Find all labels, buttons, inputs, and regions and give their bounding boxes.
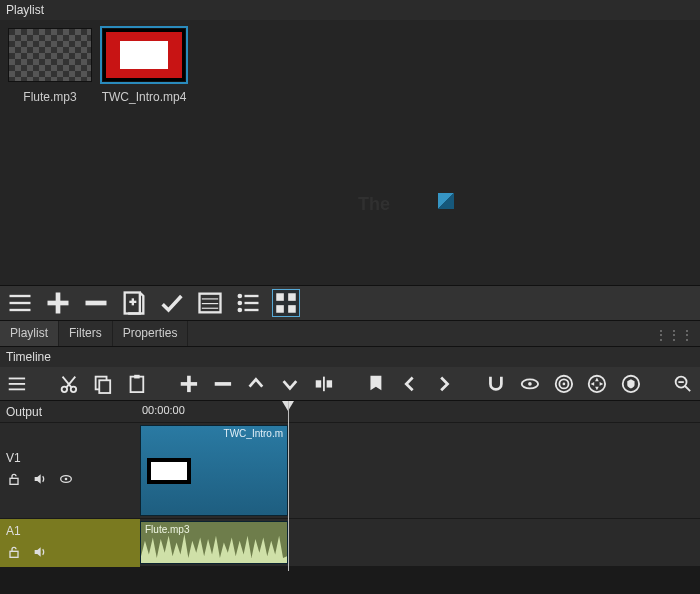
playhead-line	[288, 401, 289, 571]
svg-rect-14	[245, 295, 259, 297]
output-label: Output	[6, 405, 134, 419]
add-icon[interactable]	[44, 289, 72, 317]
track-area-v1[interactable]: TWC_Intro.m	[140, 423, 700, 518]
svg-rect-37	[316, 380, 321, 387]
tab-playlist[interactable]: Playlist	[0, 321, 59, 346]
cut-icon[interactable]	[58, 370, 80, 398]
check-icon[interactable]	[158, 289, 186, 317]
track-head-v1[interactable]: V1	[0, 423, 140, 518]
svg-rect-39	[323, 376, 325, 391]
svg-rect-1	[10, 302, 31, 304]
svg-point-44	[562, 382, 565, 385]
playlist-item-label: TWC_Intro.mp4	[102, 90, 187, 104]
svg-rect-35	[181, 382, 197, 386]
playlist-panel-header: Playlist	[0, 0, 700, 20]
tab-properties[interactable]: Properties	[113, 321, 189, 346]
addfiles-icon[interactable]	[120, 289, 148, 317]
track-name: V1	[6, 451, 134, 465]
eye-icon[interactable]	[58, 471, 74, 490]
svg-rect-4	[48, 301, 69, 306]
paste-icon[interactable]	[126, 370, 148, 398]
svg-rect-50	[10, 478, 18, 484]
clip-label: Flute.mp3	[145, 524, 189, 535]
svg-rect-49	[679, 381, 684, 383]
rippleall-icon[interactable]	[586, 370, 608, 398]
video-clip[interactable]: TWC_Intro.m	[140, 425, 288, 516]
svg-rect-19	[276, 293, 284, 301]
clip-label: TWC_Intro.m	[224, 428, 283, 439]
playlist-toolbar	[0, 285, 700, 321]
svg-point-13	[238, 294, 243, 299]
clip-thumb-icon	[147, 458, 191, 484]
next-icon[interactable]	[433, 370, 455, 398]
svg-rect-16	[245, 302, 259, 304]
svg-rect-53	[10, 551, 18, 557]
details-view-icon[interactable]	[196, 289, 224, 317]
svg-rect-22	[288, 305, 296, 313]
split-icon[interactable]	[313, 370, 335, 398]
svg-rect-36	[214, 382, 230, 386]
svg-rect-31	[99, 380, 110, 393]
remove-icon[interactable]	[82, 289, 110, 317]
svg-rect-5	[86, 301, 107, 306]
copy-icon[interactable]	[92, 370, 114, 398]
add-icon[interactable]	[178, 370, 200, 398]
remove-icon[interactable]	[212, 370, 234, 398]
tab-filters[interactable]: Filters	[59, 321, 113, 346]
svg-rect-2	[10, 309, 31, 311]
list-view-icon[interactable]	[234, 289, 262, 317]
timeline-ruler[interactable]: 00:00:00	[140, 401, 700, 422]
svg-rect-23	[9, 377, 25, 379]
audio-clip[interactable]: Flute.mp3	[140, 521, 288, 564]
scrub-icon[interactable]	[519, 370, 541, 398]
svg-rect-33	[134, 374, 139, 378]
lift-icon[interactable]	[245, 370, 267, 398]
panel-tabs: Playlist Filters Properties ⋮⋮⋮	[0, 321, 700, 347]
output-track-head: Output	[0, 401, 140, 422]
video-thumb-icon	[102, 28, 186, 82]
svg-rect-8	[132, 298, 134, 305]
track-head-a1[interactable]: A1	[0, 519, 140, 567]
overwrite-icon[interactable]	[279, 370, 301, 398]
playlist-item[interactable]: Flute.mp3	[6, 26, 94, 104]
mute-icon[interactable]	[32, 471, 48, 490]
unlock-icon[interactable]	[6, 471, 22, 490]
menu-icon[interactable]	[6, 370, 28, 398]
mute-icon[interactable]	[32, 544, 48, 563]
watermark: The	[358, 195, 390, 214]
timeline-body: Output 00:00:00 V1 TWC_Intro.m A1	[0, 401, 700, 567]
track-area-a1[interactable]: Flute.mp3	[140, 519, 700, 566]
ruler-time: 00:00:00	[142, 404, 185, 416]
zoomout-icon[interactable]	[672, 370, 694, 398]
shield-icon[interactable]	[620, 370, 642, 398]
menu-icon[interactable]	[6, 289, 34, 317]
track-name: A1	[6, 524, 134, 538]
svg-rect-24	[9, 383, 25, 385]
prev-icon[interactable]	[399, 370, 421, 398]
svg-point-15	[238, 301, 243, 306]
playlist-item-label: Flute.mp3	[23, 90, 76, 104]
svg-rect-18	[245, 309, 259, 311]
timeline-toolbar	[0, 367, 700, 401]
svg-line-48	[685, 385, 690, 390]
svg-rect-25	[9, 388, 25, 390]
svg-rect-10	[202, 298, 218, 299]
ripple-icon[interactable]	[553, 370, 575, 398]
watermark-flag-icon	[438, 193, 454, 209]
snap-icon[interactable]	[485, 370, 507, 398]
grid-view-icon[interactable]	[272, 289, 300, 317]
svg-rect-20	[288, 293, 296, 301]
unlock-icon[interactable]	[6, 544, 22, 563]
drag-handle-icon[interactable]: ⋮⋮⋮	[655, 328, 694, 342]
audio-thumb-icon	[8, 28, 92, 82]
svg-point-17	[238, 308, 243, 313]
svg-point-52	[65, 478, 68, 481]
timeline-panel-header: Timeline	[0, 347, 700, 367]
svg-rect-21	[276, 305, 284, 313]
svg-rect-12	[202, 308, 218, 309]
svg-rect-0	[10, 295, 31, 297]
playlist-area[interactable]: Flute.mp3 TWC_Intro.mp4 The	[0, 20, 700, 285]
playlist-item[interactable]: TWC_Intro.mp4	[100, 26, 188, 104]
marker-icon[interactable]	[365, 370, 387, 398]
svg-point-41	[528, 382, 532, 386]
